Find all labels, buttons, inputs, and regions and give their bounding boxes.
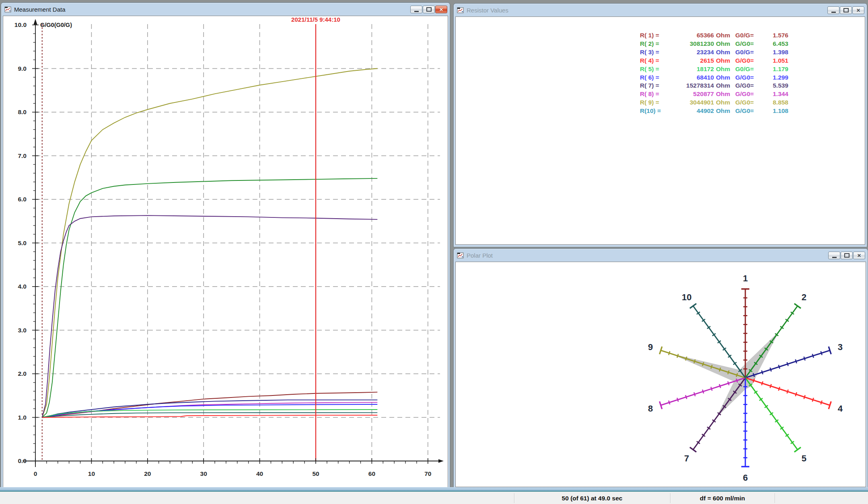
measurement-titlebar[interactable]: Measurement Data ✕ (3, 3, 448, 16)
polar-spoke-label: 10 (682, 292, 691, 302)
minimize-button[interactable] (410, 6, 422, 13)
resistor-row: R( 6) =68410OhmG/G0=1.299 (640, 74, 788, 82)
polar-spoke-tick (728, 381, 729, 385)
res-unit: Ohm (714, 65, 735, 74)
y-tick-label: 0.0 (18, 457, 27, 464)
res-unit: Ohm (714, 74, 735, 82)
x-tick-label: 40 (256, 470, 263, 477)
status-separator (775, 493, 775, 503)
polar-spoke-tick (779, 365, 780, 369)
polar-spoke-tick (694, 392, 695, 396)
polar-spoke-tick (770, 368, 771, 372)
polar-spoke-tick (804, 395, 805, 399)
res-label: R( 2) = (640, 40, 670, 48)
resistor-list: R( 1) =65366OhmG0/G=1.576R( 2) =3081230O… (640, 31, 788, 115)
y-tick-label: 6.0 (18, 196, 27, 203)
res-label: R( 4) = (640, 57, 670, 65)
y-tick-label: 10.0 (14, 21, 27, 28)
polar-spoke-tick (804, 356, 805, 361)
y-tick-label: 2.0 (18, 370, 27, 377)
polar-spoke-tick (796, 392, 797, 396)
res-unit: Ohm (714, 40, 735, 48)
y-tick-label: 4.0 (18, 283, 27, 290)
maximize-button[interactable] (841, 252, 853, 259)
res-ohms: 15278314 (670, 82, 714, 90)
res-ratio-label: G/G0= (735, 107, 762, 115)
curve-R7 (42, 215, 378, 417)
measurement-chart-area: 2021/11/5 9:44:100102030405060700.01.02.… (3, 16, 448, 488)
polar-spoke-tick (787, 389, 788, 393)
minimize-button[interactable] (827, 6, 839, 14)
polar-spoke-endcap (794, 447, 801, 452)
polar-plot-window: Polar Plot ✕ 12345678910 (453, 248, 868, 490)
resistor-row: R( 5) =18172OhmG0/G=1.179 (640, 65, 788, 74)
resistor-row: R( 1) =65366OhmG0/G=1.576 (640, 31, 788, 40)
polar-spoke-endcap (690, 303, 696, 308)
y-axis-arrow (34, 19, 37, 25)
polar-spoke-tick (702, 389, 703, 393)
resistor-values-window: Resistor Values ✕ R( 1) =65366OhmG0/G=1.… (453, 3, 867, 247)
res-ratio: 6.453 (762, 40, 788, 48)
polar-spoke-label: 9 (648, 342, 653, 352)
close-button[interactable]: ✕ (853, 252, 865, 259)
polar-spoke-label: 6 (743, 473, 748, 483)
res-ratio-label: G/G0= (735, 82, 762, 90)
polar-spoke-tick (770, 384, 771, 388)
polar-spoke-tick (821, 351, 822, 355)
res-unit: Ohm (714, 31, 735, 40)
close-button[interactable]: ✕ (435, 6, 447, 13)
vi-plot-icon (457, 252, 464, 258)
curve-R2 (42, 178, 378, 418)
time-cursor-label: 2021/11/5 9:44:10 (291, 16, 340, 23)
polar-spoke-endcap (690, 447, 696, 452)
x-tick-label: 10 (88, 470, 95, 477)
polar-spoke-tick (761, 381, 763, 385)
res-label: R( 6) = (640, 74, 670, 82)
close-button[interactable]: ✕ (852, 6, 864, 14)
polar-spoke-tick (787, 362, 788, 366)
vi-plot-icon (457, 7, 464, 13)
mdi-bottom-edge (0, 487, 868, 492)
status-bar: 50 (of 61) at 49.0 sec df = 600 ml/min (0, 492, 868, 504)
res-label: R( 1) = (640, 31, 670, 40)
res-label: R( 5) = (640, 65, 670, 74)
res-unit: Ohm (714, 48, 735, 57)
maximize-button[interactable] (423, 6, 435, 13)
res-ratio-label: G/G0= (735, 74, 762, 82)
polar-spoke-tick (719, 384, 720, 388)
polar-spoke-tick (685, 395, 687, 399)
resistor-row: R( 4) =2615OhmG/G0=1.051 (640, 57, 788, 65)
res-ratio: 1.398 (762, 48, 788, 57)
polar-spoke-label: 2 (802, 292, 806, 302)
minimize-button[interactable] (828, 252, 840, 259)
x-tick-label: 0 (34, 470, 37, 477)
window-title: Measurement Data (14, 6, 410, 13)
x-axis-arrow (438, 459, 444, 463)
res-unit: Ohm (714, 107, 735, 115)
res-unit: Ohm (714, 98, 735, 107)
vi-plot-icon (4, 6, 12, 12)
res-ohms: 3044901 (670, 98, 714, 107)
polar-spoke-tick (812, 354, 814, 358)
polar-spoke-tick (779, 387, 780, 391)
polar-spoke-tick (677, 354, 678, 358)
polar-spoke-tick (668, 401, 670, 405)
res-ratio-label: G0/G= (735, 48, 762, 57)
polar-spoke-tick (796, 359, 797, 363)
x-tick-label: 50 (312, 470, 319, 477)
y-axis-title: G/G0(G0/G) (40, 22, 72, 28)
res-label: R( 9) = (640, 98, 670, 107)
res-ratio: 8.858 (762, 98, 788, 107)
res-label: R(10) = (640, 107, 670, 115)
polar-titlebar[interactable]: Polar Plot ✕ (455, 249, 866, 262)
polar-chart-area: 12345678910 (455, 262, 866, 487)
res-ohms: 3081230 (670, 40, 714, 48)
polar-spoke-label: 4 (838, 404, 843, 414)
resistor-titlebar[interactable]: Resistor Values ✕ (455, 4, 865, 16)
maximize-button[interactable] (840, 6, 852, 14)
res-ohms: 23234 (670, 48, 714, 57)
res-unit: Ohm (714, 57, 735, 65)
res-ratio-label: G0/G= (735, 31, 762, 40)
polar-spoke-tick (668, 351, 670, 355)
resistor-row: R( 8) =520877OhmG/G0=1.344 (640, 90, 788, 98)
